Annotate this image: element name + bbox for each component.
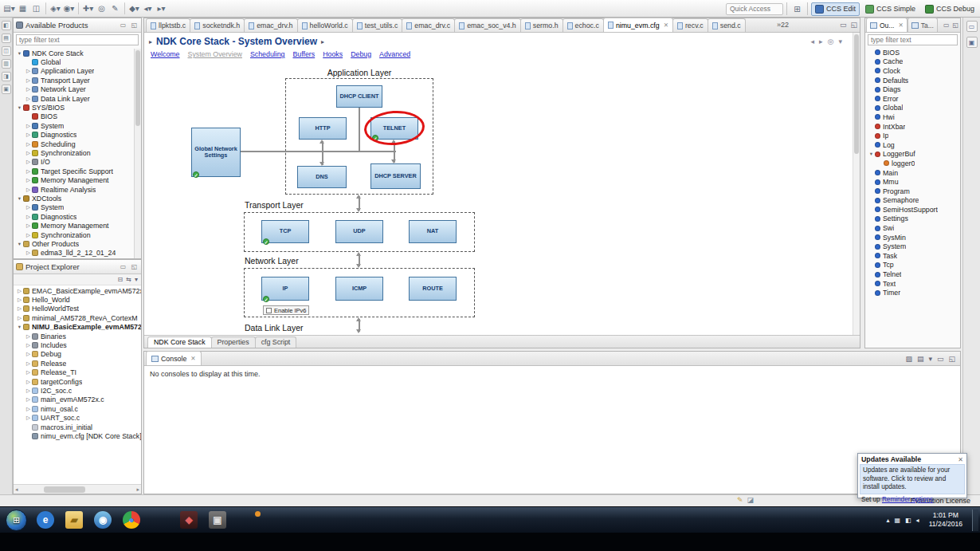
close-icon[interactable]: ✕ — [898, 22, 903, 29]
expand-arrow-icon[interactable]: ▾ — [16, 195, 23, 202]
expand-arrow-icon[interactable]: ▷ — [25, 168, 32, 175]
taskbar-app-icon[interactable]: ▣ — [207, 510, 228, 530]
nav-link[interactable]: Debug — [351, 50, 371, 58]
outline-item[interactable]: Main — [865, 168, 960, 178]
toolbar-icon[interactable]: ◆▾ — [127, 2, 141, 15]
tree-item[interactable]: ▾ Other Products — [14, 239, 134, 248]
project-tree-item[interactable]: ▷ Binaries — [14, 332, 141, 340]
outline-item[interactable]: ▾ LoggerBuf — [865, 150, 960, 159]
outline-item[interactable]: Error — [865, 94, 960, 104]
open-perspective-icon[interactable]: ⊞ — [790, 2, 804, 16]
expand-arrow-icon[interactable]: ▷ — [25, 342, 32, 348]
edit-icon[interactable]: ✎ — [737, 496, 743, 504]
taskbar-app-icon[interactable]: ▰ — [64, 510, 84, 530]
outline-item[interactable]: logger0 — [865, 159, 960, 168]
expand-arrow-icon[interactable]: ▷ — [25, 150, 32, 156]
console-toolbar-icon[interactable]: ▭ — [937, 355, 944, 363]
minimize-icon[interactable]: ▭ — [119, 263, 127, 270]
products-filter-input[interactable] — [16, 34, 139, 45]
minimized-view-icon[interactable]: ◫ — [2, 46, 11, 56]
outline-item[interactable]: Semaphore — [865, 196, 960, 206]
perspective-button[interactable]: CCS Edit — [811, 2, 860, 16]
scroll-left-icon[interactable]: ◂ — [15, 486, 18, 493]
perspective-button[interactable]: CCS Simple — [861, 2, 919, 16]
maximize-icon[interactable]: ◱ — [850, 21, 857, 29]
outline-item[interactable]: BIOS — [865, 48, 960, 57]
tray-icon[interactable]: ◧ — [905, 517, 911, 524]
tree-item[interactable]: ▷ Transport Layer — [14, 76, 134, 85]
editor-scrollbar[interactable] — [853, 33, 860, 335]
editor-tab[interactable]: nimu_evm.cfg ✕ — [603, 18, 673, 32]
project-tree-item[interactable]: ▷ Release_TI — [14, 368, 141, 377]
expand-arrow-icon[interactable]: ▷ — [25, 187, 32, 193]
editor-tab[interactable]: recv.c ✕ — [672, 18, 708, 32]
tree-item[interactable]: ▷ Synchronization — [14, 148, 134, 157]
tree-item[interactable]: ▷ edma3_lld_2_12_01_24 — [14, 249, 134, 258]
taskbar-app-icon[interactable]: e — [35, 510, 56, 530]
editor-tab[interactable]: echoc.c ✕ — [563, 18, 604, 32]
outline-item[interactable]: Mmu — [865, 177, 960, 187]
selection-icon[interactable]: ◪ — [747, 496, 755, 504]
taskbar-app-icon[interactable]: ◆ — [178, 510, 199, 530]
outline-item[interactable]: SysMin — [865, 233, 960, 242]
nav-link[interactable]: System Overview — [188, 50, 242, 58]
project-tree-item[interactable]: ▷ nimu_osal.c — [14, 404, 141, 413]
expand-arrow-icon[interactable]: ▷ — [16, 315, 23, 321]
expand-arrow-icon[interactable]: ▷ — [25, 379, 32, 385]
tree-item[interactable]: ▷ Realtime Analysis — [14, 185, 134, 194]
console-toolbar-icon[interactable]: ▾ — [928, 355, 932, 363]
outline-item[interactable]: Global — [865, 104, 960, 113]
minimized-view-icon[interactable]: ◧ — [2, 21, 11, 30]
expand-arrow-icon[interactable]: ▾ — [16, 324, 23, 330]
expand-arrow-icon[interactable]: ▷ — [25, 250, 32, 256]
diagram-box-global-network-settings[interactable]: Global Network Settings — [191, 128, 241, 177]
outline-item[interactable]: Program — [865, 187, 960, 196]
diagram-box-icmp[interactable]: ICMP — [335, 277, 383, 301]
outline-item[interactable]: Timer — [865, 288, 960, 297]
project-tree-item[interactable]: ▾ NIMU_BasicExample_evmAM572x_a — [14, 323, 141, 332]
breadcrumb-arrow-icon[interactable]: ▸ — [149, 38, 152, 45]
editor-page-tab[interactable]: Properties — [211, 337, 256, 348]
toolbar-icon[interactable]: ◈▾ — [49, 2, 62, 15]
console-tab[interactable]: Console ✕ — [146, 351, 202, 365]
tree-item[interactable]: ▾ SYS/BIOS — [14, 103, 134, 112]
taskbar-app-icon[interactable]: ● — [121, 510, 142, 530]
outline-item[interactable]: Ip — [865, 131, 960, 140]
tree-item[interactable]: Global — [14, 57, 134, 66]
editor-nav-icon[interactable]: ▸ — [819, 37, 823, 45]
toolbar-icon[interactable]: ▸▾ — [155, 2, 168, 15]
toolbar-icon[interactable] — [78, 2, 79, 14]
editor-tab[interactable]: emac_drv.h ✕ — [244, 18, 297, 32]
outline-item[interactable]: Tcp — [865, 261, 960, 270]
minimized-view-icon[interactable]: ▤ — [2, 33, 11, 43]
outline-item[interactable]: Defaults — [865, 76, 960, 85]
expand-arrow-icon[interactable]: ▾ — [16, 104, 23, 111]
outline-item[interactable]: Swi — [865, 223, 960, 233]
console-toolbar-icon[interactable]: ◱ — [948, 355, 955, 363]
minimized-view-icon[interactable]: ▣ — [2, 85, 11, 94]
tree-item[interactable]: ▷ Memory Management — [14, 221, 134, 230]
tree-item[interactable]: ▷ Application Layer — [14, 67, 134, 76]
outline-item[interactable]: Log — [865, 140, 960, 150]
expand-arrow-icon[interactable]: ▾ — [16, 241, 23, 247]
enable-ipv6-checkbox[interactable] — [266, 308, 272, 313]
console-toolbar-icon[interactable]: ▨ — [905, 355, 912, 363]
expand-arrow-icon[interactable]: ▷ — [25, 222, 32, 229]
tree-item[interactable]: ▷ Data Link Layer — [14, 94, 134, 103]
expand-arrow-icon[interactable]: ▾ — [868, 151, 875, 157]
diagram-box-dns[interactable]: DNS — [297, 166, 347, 188]
tree-item[interactable]: ▷ I/O — [14, 158, 134, 167]
view-toolbar-icon[interactable]: ⊟ — [118, 276, 123, 283]
expand-arrow-icon[interactable]: ▾ — [16, 50, 23, 57]
expand-arrow-icon[interactable]: ▷ — [25, 123, 32, 129]
perspective-button[interactable]: CCS Debug — [921, 2, 978, 16]
minimize-icon[interactable]: ▭ — [840, 21, 847, 29]
toolbar-icon[interactable]: ✚▾ — [81, 2, 95, 15]
expand-arrow-icon[interactable]: ▷ — [25, 159, 32, 165]
nav-link[interactable]: Scheduling — [250, 50, 285, 58]
minimized-view-icon[interactable]: ◨ — [2, 72, 11, 81]
outline-item[interactable]: Cache — [865, 57, 960, 67]
scroll-right-icon[interactable]: ▸ — [136, 486, 139, 493]
breadcrumb-arrow-icon[interactable]: ▸ — [321, 38, 324, 45]
editor-tab[interactable]: emac_drv.c ✕ — [402, 18, 455, 32]
